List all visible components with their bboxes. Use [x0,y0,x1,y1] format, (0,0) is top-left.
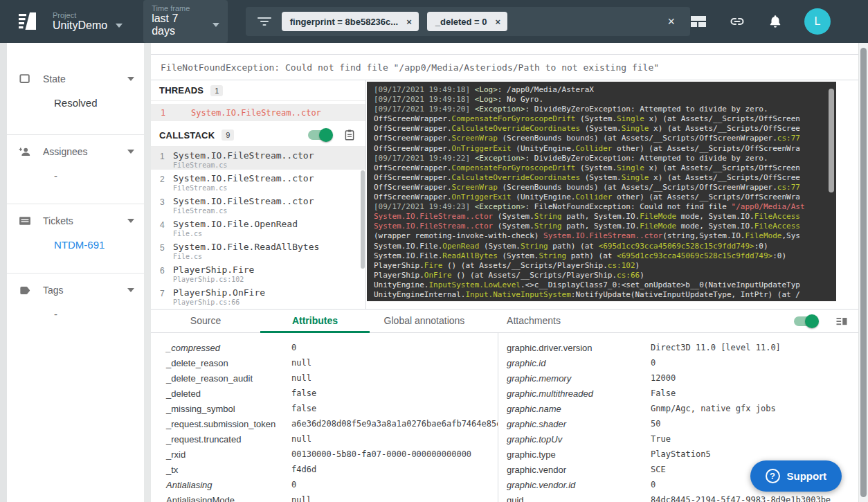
attribute-row[interactable]: graphic.id0 [507,355,858,370]
frame-number: 3 [160,196,173,215]
copy-callstack-icon[interactable] [343,128,356,142]
state-value[interactable]: Resolved [54,97,134,109]
callstack-frame[interactable]: 1System.IO.FileStream..ctorFileStream.cs [151,147,365,170]
clear-filters-button[interactable]: × [663,15,679,29]
sidebar-item-label: Assignees [43,146,88,157]
ticket-link[interactable]: NTDM-691 [54,239,134,251]
tab-source[interactable]: Source [151,310,260,333]
project-selector[interactable]: Project UnityDemo [53,11,123,32]
frame-number: 2 [160,173,173,192]
sidebar-tags-header[interactable]: Tags [18,283,134,297]
callstack-frames: 1System.IO.FileStream..ctorFileStream.cs… [151,147,365,307]
attribute-row[interactable]: _compressed0 [166,340,498,355]
frame-file: FileStream.cs [173,184,314,192]
sidebar-section-state: State Resolved [7,43,144,135]
attribute-key: graphic.shader [507,419,651,429]
backtrace-logo-icon[interactable] [18,11,37,32]
chevron-down-icon[interactable] [127,219,134,223]
attribute-row[interactable]: graphic.driver.versionDirect3D 11.0 [lev… [507,340,858,355]
list-view-icon[interactable] [835,314,849,328]
notifications-bell-icon[interactable] [768,13,783,30]
attribute-row[interactable]: graphic.memory12000 [507,370,858,386]
callstack-frame[interactable]: 2System.IO.FileStream..ctorFileStream.cs [151,170,365,192]
console-scrollbar-thumb[interactable] [829,89,834,192]
attribute-row[interactable]: _txf4d6d [166,462,498,477]
page-scrollbar-thumb[interactable] [860,48,867,497]
chevron-down-icon [116,24,123,28]
callstack-count-badge: 9 [221,129,234,141]
thread-row[interactable]: 1 System.IO.FileStream..ctor [151,104,365,121]
attributes-toggle[interactable] [794,316,817,326]
remove-filter-icon[interactable]: × [406,17,412,27]
frame-number: 5 [160,242,173,261]
attribute-row[interactable]: guid84dc8445-2194-5f47-9983-8d9e1b3003be [507,492,858,502]
chevron-down-icon[interactable] [127,150,134,154]
source-code-toggle[interactable] [308,130,331,140]
attribute-row[interactable]: graphic.nameGnmp/Agc, native gfx jobs [507,401,858,416]
sidebar-section-tags: Tags - [7,274,144,343]
attribute-row[interactable]: _rxid00130000-5b80-fa07-0000-00000000000… [166,447,498,462]
attribute-value: a6e36d208d08f5e9a3a8a1a0276bae6afb7464e8… [291,419,498,429]
attribute-row[interactable]: _request.truncatednull [166,431,498,447]
filter-chip-list: fingerprint = 8be58236c...×_deleted = 0× [282,12,507,31]
sidebar-tickets-header[interactable]: Tickets [18,214,134,228]
sidebar-state-header[interactable]: State [18,72,134,86]
attribute-key: _compressed [166,343,291,353]
console-line: [09/17/2021 19:49:23] <Exception>: FileN… [374,202,828,212]
thread-name: System.IO.FileStream..ctor [191,108,321,118]
callstack-frame[interactable]: 4System.IO.File.OpenReadFile.cs [151,215,365,238]
attribute-value: 50 [651,419,660,429]
console-line: [09/17/2021 19:49:18] <Log>: /app0/Media… [374,85,828,95]
callstack-frame[interactable]: 7PlayerShip.OnFirePlayerShip.cs:66 [151,284,365,307]
console-line: [09/17/2021 19:49:22] <Exception>: Divid… [374,154,828,163]
attribute-row[interactable]: _missing_symbolfalse [166,401,498,416]
attribute-row[interactable]: _delete_reasonnull [166,355,498,370]
log-console[interactable]: [09/17/2021 19:49:18] <Log>: /app0/Media… [367,82,836,301]
callstack-scrollbar-thumb[interactable] [361,170,365,269]
tab-attributes[interactable]: Attributes [260,310,370,333]
attribute-value: SCE [651,465,666,474]
attribute-row[interactable]: AntialiasingModenull [166,492,498,502]
attribute-value: PlayStation5 [651,449,711,459]
frame-number: 7 [160,287,173,307]
tags-value[interactable]: - [54,308,134,320]
chevron-down-icon[interactable] [127,288,134,292]
attribute-row[interactable]: _request.submission_tokena6e36d208d08f5e… [166,416,498,431]
timeframe-selector[interactable]: Time frame last 7 days [143,0,228,43]
attribute-value: Gnmp/Agc, native gfx jobs [651,404,776,413]
callstack-frame[interactable]: 6PlayerShip.FirePlayerShip.cs:102 [151,261,365,284]
attribute-row[interactable]: Antialiasing0 [166,477,498,492]
dashboard-layout-icon[interactable] [690,14,707,29]
user-avatar[interactable]: L [804,8,831,35]
console-line: OffScreenWrapper.ScreenWrap (ScreenBound… [374,134,828,143]
attribute-row[interactable]: graphic.shader50 [507,416,858,431]
filter-bar[interactable]: fingerprint = 8be58236c...×_deleted = 0×… [246,7,690,36]
attribute-value: null [291,373,311,383]
frame-function: PlayerShip.OnFire [173,287,265,298]
attribute-key: AntialiasingMode [166,495,291,502]
chevron-down-icon[interactable] [127,77,134,81]
attribute-row[interactable]: _deletedfalse [166,386,498,401]
detail-tabs: SourceAttributesGlobal annotationsAttach… [151,310,858,333]
frame-function: System.IO.FileStream..ctor [173,196,314,206]
attribute-row[interactable]: graphic.topUvTrue [507,431,858,447]
filter-chip[interactable]: fingerprint = 8be58236c...× [282,12,419,31]
callstack-frame[interactable]: 5System.IO.File.ReadAllBytesFile.cs [151,238,365,261]
frame-function: System.IO.FileStream..ctor [173,173,314,183]
console-line: System.IO.FileStream..ctor (System.Strin… [374,222,828,231]
support-button[interactable]: ? Support [750,460,842,492]
assignees-value[interactable]: - [54,170,134,181]
timeframe-value: last 7 days [152,12,204,37]
attribute-row[interactable]: graphic.multithreadedFalse [507,386,858,401]
tab-list: SourceAttributesGlobal annotationsAttach… [151,310,588,333]
callstack-frame[interactable]: 3System.IO.FileStream..ctorFileStream.cs [151,192,365,215]
remove-filter-icon[interactable]: × [496,17,501,27]
page-scrollbar[interactable] [858,43,868,502]
attribute-row[interactable]: graphic.typePlayStation5 [507,447,858,462]
sidebar-assignees-header[interactable]: Assignees [18,145,134,159]
filter-chip[interactable]: _deleted = 0× [427,12,507,31]
tab-global-annotations[interactable]: Global annotations [370,310,479,333]
link-icon[interactable] [728,13,746,30]
attribute-row[interactable]: _delete_reason_auditnull [166,370,498,386]
tab-attachments[interactable]: Attachments [479,310,588,333]
